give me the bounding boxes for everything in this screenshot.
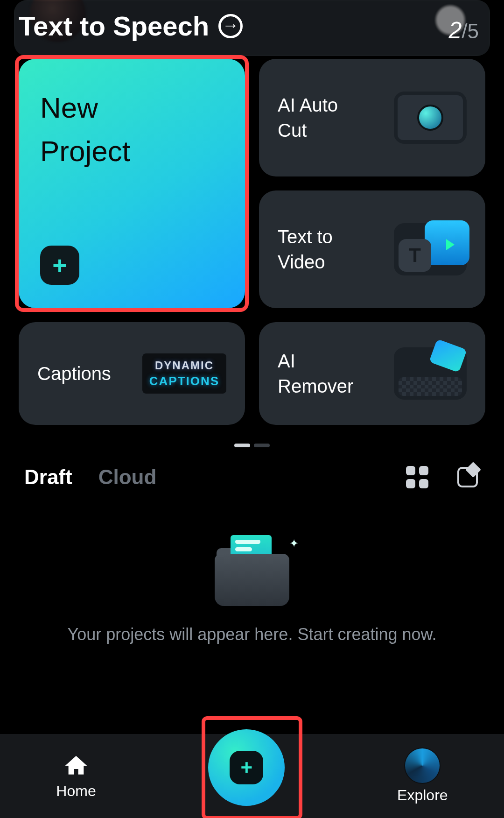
nav-label: Explore <box>397 787 448 804</box>
dynamic-captions-icon: DYNAMIC CAPTIONS <box>142 353 226 394</box>
empty-text: Your projects will appear here. Start cr… <box>67 625 436 644</box>
page-indicator <box>0 444 504 447</box>
empty-state: ✦ Your projects will appear here. Start … <box>0 545 504 644</box>
nav-label: Home <box>56 783 96 800</box>
nav-explore[interactable]: Explore <box>397 748 448 804</box>
card-label: Text to Video <box>278 224 333 275</box>
grid-view-icon[interactable] <box>405 465 429 489</box>
tab-cloud[interactable]: Cloud <box>98 465 157 489</box>
edit-icon[interactable] <box>455 465 480 489</box>
plus-icon: + <box>230 751 263 784</box>
bottom-nav: Home + Explore <box>0 734 504 818</box>
card-label: AI Remover <box>278 348 353 399</box>
arrow-right-icon[interactable] <box>218 14 243 38</box>
card-label: AI Auto Cut <box>278 92 338 143</box>
ai-auto-cut-card[interactable]: AI Auto Cut <box>259 59 485 176</box>
plus-icon: + <box>40 246 79 285</box>
empty-folder-icon: ✦ <box>215 545 289 606</box>
ai-remover-icon <box>394 347 467 400</box>
ai-remover-card[interactable]: AI Remover <box>259 322 485 425</box>
ai-auto-cut-icon <box>394 92 467 144</box>
explore-icon <box>405 748 440 783</box>
page-counter: 2/5 <box>448 17 479 44</box>
home-icon <box>63 753 89 779</box>
new-project-card[interactable]: New Project + <box>19 59 245 308</box>
new-project-label: New Project <box>40 86 130 173</box>
captions-card[interactable]: Captions DYNAMIC CAPTIONS <box>19 322 245 425</box>
create-fab[interactable]: + <box>208 729 285 806</box>
title-text: Text to Speech <box>19 10 209 42</box>
nav-home[interactable]: Home <box>56 753 96 800</box>
card-label: Captions <box>37 361 111 386</box>
text-to-video-card[interactable]: Text to Video T <box>259 190 485 308</box>
page-title: Text to Speech <box>19 10 243 42</box>
text-to-video-icon: T <box>394 223 467 275</box>
tab-draft[interactable]: Draft <box>24 465 72 489</box>
